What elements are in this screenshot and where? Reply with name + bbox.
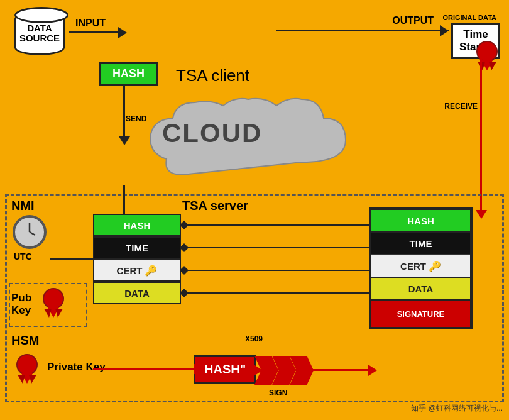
seal-top-right [473, 39, 501, 73]
original-data-label: ORIGINAL DATA [442, 14, 496, 21]
input-label: INPUT [75, 18, 106, 29]
stamp-block-signature: SIGNATURE [371, 301, 470, 327]
output-arrow-head [440, 25, 449, 36]
data-source: DATA SOURCE [11, 11, 68, 55]
red-arrow-to-chevron [244, 369, 255, 371]
svg-marker-3 [489, 62, 496, 70]
stamp-block-cert: CERT 🔑 [371, 255, 470, 278]
output-label: OUTPUT [392, 15, 434, 26]
block-time-left: TIME [93, 236, 181, 259]
block-hash-left: HASH [93, 214, 181, 236]
svg-marker-13 [29, 375, 36, 384]
x509-label: X509 [245, 334, 263, 343]
clock-icon [13, 215, 47, 249]
key-icon-left: 🔑 [145, 265, 157, 277]
stamp-block-data: DATA [371, 278, 470, 301]
block-cert-left: CERT 🔑 [93, 259, 181, 282]
receive-label: RECEIVE [444, 102, 478, 111]
v-red-arrow-right [480, 57, 482, 211]
tsa-client-label: TSA client [176, 66, 249, 86]
svg-marker-12 [18, 375, 25, 384]
cloud-label: CLOUD [162, 118, 262, 148]
key-icon-right: 🔑 [429, 260, 441, 272]
data-source-label2: SOURCE [19, 33, 60, 44]
stack-left: HASH TIME CERT 🔑 DATA [93, 214, 181, 304]
output-arrow-line [276, 30, 449, 31]
stamp-block-hash: HASH [371, 210, 470, 233]
seal-icon-top-right [473, 39, 501, 70]
svg-point-10 [17, 355, 37, 375]
send-label: SEND [126, 114, 146, 123]
h-line-data [181, 292, 391, 294]
h-line-cert [181, 270, 391, 271]
cylinder-shape: DATA SOURCE [14, 11, 65, 55]
red-arrow-to-stamp [294, 369, 369, 371]
utc-label: UTC [14, 251, 32, 262]
pubkey-dashed-box [9, 283, 87, 327]
clock-svg [15, 218, 44, 246]
hash-box-top: HASH [99, 62, 158, 86]
utc-arrow-line [50, 258, 96, 260]
svg-line-5 [30, 232, 35, 235]
hsm-label: HSM [11, 333, 39, 348]
tsa-server-label: TSA server [182, 199, 248, 213]
input-arrow: INPUT [69, 31, 119, 33]
hsm-seal-icon [13, 352, 41, 384]
hsm-seal [13, 352, 41, 386]
data-source-label: DATA [27, 23, 52, 34]
sign-label: SIGN [269, 389, 287, 397]
block-data-left: DATA [93, 282, 181, 304]
v-line-hash-down [123, 84, 125, 138]
red-arrow-privkey [93, 368, 195, 370]
stamp-box: HASH TIME CERT 🔑 DATA SIGNATURE [369, 207, 473, 329]
h-line-hash [181, 224, 391, 226]
watermark: 知乎 @虹科网络可视化与... [411, 403, 503, 414]
stamp-block-time: TIME [371, 233, 470, 255]
nmi-label: NMI [11, 199, 35, 213]
h-line-time [181, 247, 391, 248]
privkey-label: Private Key [47, 361, 106, 373]
